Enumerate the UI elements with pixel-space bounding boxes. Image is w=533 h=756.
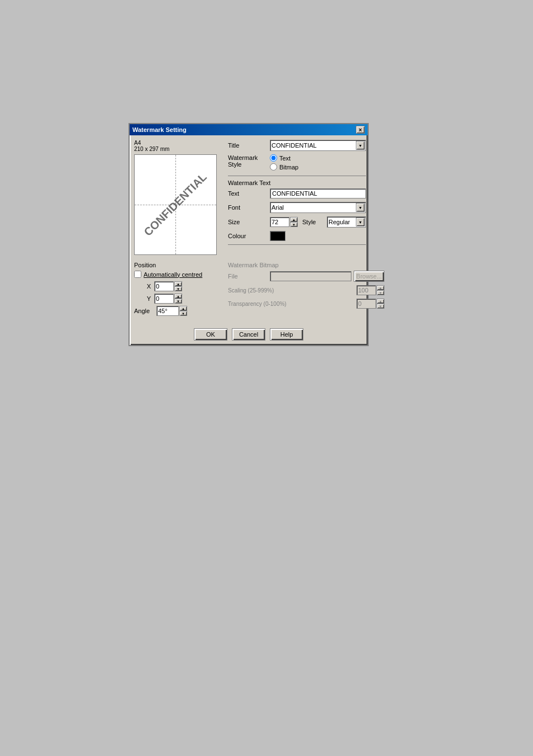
- style-label: Style: [302, 219, 325, 225]
- y-spinbox: ▲ ▼: [154, 294, 182, 304]
- auto-center-label: Automatically centred: [144, 271, 202, 278]
- angle-row: Angle ▲ ▼: [134, 306, 223, 316]
- divider-1: [228, 176, 366, 176]
- auto-center-checkbox[interactable]: [134, 271, 141, 278]
- x-down-button[interactable]: ▼: [174, 286, 182, 291]
- watermark-style-label: WatermarkStyle: [228, 154, 270, 168]
- text-radio-row: Text: [270, 154, 298, 162]
- bitmap-radio-label: Bitmap: [279, 164, 298, 171]
- angle-spinbox: ▲ ▼: [156, 306, 187, 316]
- position-panel: Position Automatically centred X ▲ ▼: [134, 259, 223, 319]
- colour-row: Colour: [228, 231, 366, 241]
- scaling-spinbox: ▲ ▼: [356, 285, 384, 295]
- transparency-row: Transparency (0-100%) ▲ ▼: [228, 299, 384, 309]
- cancel-button[interactable]: Cancel: [232, 328, 265, 341]
- left-panel: A4 210 x 297 mm CONFIDENTIAL: [134, 140, 223, 255]
- font-field-row: Font Arial Times New Roman Courier New ▼: [228, 202, 366, 213]
- x-row: X ▲ ▼: [134, 281, 223, 291]
- close-button[interactable]: ×: [356, 126, 365, 134]
- main-layout: A4 210 x 297 mm CONFIDENTIAL Title CONFI…: [134, 140, 363, 255]
- title-select[interactable]: CONFIDENTIAL DRAFT SAMPLE: [270, 140, 366, 151]
- colour-box[interactable]: [270, 231, 285, 241]
- y-input[interactable]: [154, 294, 174, 304]
- y-row: Y ▲ ▼: [134, 294, 223, 304]
- bitmap-radio-row: Bitmap: [270, 163, 298, 171]
- size-spinbox: ▲ ▼: [270, 217, 298, 227]
- bitmap-radio[interactable]: [270, 163, 277, 171]
- auto-center-row: Automatically centred: [134, 271, 223, 278]
- watermark-style-options: Text Bitmap: [270, 154, 298, 172]
- transparency-down-button: ▼: [377, 304, 384, 309]
- x-spinbox: ▲ ▼: [154, 281, 182, 291]
- text-label: Text: [228, 190, 270, 197]
- size-down-button[interactable]: ▼: [290, 222, 298, 227]
- file-input: [270, 271, 351, 281]
- scaling-up-button: ▲: [377, 285, 384, 290]
- right-panel: Title CONFIDENTIAL DRAFT SAMPLE ▼ Waterm…: [228, 140, 366, 255]
- title-label: Title: [228, 142, 270, 149]
- text-radio-label: Text: [279, 155, 291, 162]
- font-select[interactable]: Arial Times New Roman Courier New: [270, 202, 366, 213]
- angle-input[interactable]: [156, 306, 179, 316]
- bottom-layout: Position Automatically centred X ▲ ▼: [134, 259, 363, 319]
- size-spinbox-buttons: ▲ ▼: [290, 217, 298, 227]
- style-select[interactable]: Regular Bold Italic Bold Italic: [327, 216, 366, 228]
- y-label: Y: [134, 295, 151, 302]
- bitmap-panel: Watermark Bitmap File Browse... Scaling …: [228, 259, 384, 319]
- divider-2: [228, 244, 366, 245]
- paper-preview: CONFIDENTIAL: [134, 154, 217, 255]
- x-spinbox-buttons: ▲ ▼: [174, 281, 182, 291]
- scaling-label: Scaling (25-999%): [228, 287, 354, 294]
- font-label: Font: [228, 204, 270, 211]
- font-select-wrapper: Arial Times New Roman Courier New ▼: [270, 202, 366, 213]
- watermark-setting-dialog: Watermark Setting × A4 210 x 297 mm CONF…: [129, 123, 369, 346]
- bitmap-section-label: Watermark Bitmap: [228, 262, 384, 268]
- title-select-wrapper: CONFIDENTIAL DRAFT SAMPLE ▼: [270, 140, 366, 151]
- scaling-down-button: ▼: [377, 290, 384, 295]
- paper-size-label: A4 210 x 297 mm: [134, 140, 223, 152]
- scaling-input: [356, 285, 376, 295]
- help-button[interactable]: Help: [270, 328, 303, 341]
- watermark-text-section-label: Watermark Text: [228, 179, 366, 186]
- style-select-wrapper: Regular Bold Italic Bold Italic ▼: [327, 216, 366, 228]
- y-spinbox-buttons: ▲ ▼: [174, 294, 182, 304]
- transparency-label: Transparency (0-100%): [228, 301, 354, 307]
- dialog-content: A4 210 x 297 mm CONFIDENTIAL Title CONFI…: [130, 135, 368, 345]
- colour-label: Colour: [228, 233, 270, 239]
- dialog-title: Watermark Setting: [132, 126, 187, 133]
- y-up-button[interactable]: ▲: [174, 294, 182, 299]
- angle-down-button[interactable]: ▼: [179, 311, 187, 316]
- x-up-button[interactable]: ▲: [174, 281, 182, 286]
- title-bar: Watermark Setting ×: [130, 124, 368, 135]
- size-style-row: Size ▲ ▼ Style Regular Bold Italic: [228, 216, 366, 228]
- size-label: Size: [228, 219, 270, 225]
- size-input[interactable]: [270, 217, 289, 227]
- file-row: File Browse...: [228, 271, 384, 282]
- angle-spinbox-buttons: ▲ ▼: [179, 306, 187, 316]
- transparency-spinbox-buttons: ▲ ▼: [377, 299, 384, 309]
- watermark-text-input[interactable]: [270, 188, 366, 199]
- watermark-style-row: WatermarkStyle Text Bitmap: [228, 154, 366, 172]
- angle-label: Angle: [134, 308, 154, 314]
- x-label: X: [134, 283, 151, 290]
- size-up-button[interactable]: ▲: [290, 217, 298, 222]
- button-row: OK Cancel Help: [134, 325, 363, 341]
- position-section-label: Position: [134, 262, 223, 268]
- scaling-row: Scaling (25-999%) ▲ ▼: [228, 285, 384, 295]
- text-field-row: Text: [228, 188, 366, 199]
- x-input[interactable]: [154, 281, 174, 291]
- text-radio[interactable]: [270, 154, 277, 162]
- scaling-spinbox-buttons: ▲ ▼: [377, 285, 384, 295]
- transparency-up-button: ▲: [377, 299, 384, 304]
- file-label: File: [228, 273, 270, 280]
- transparency-input: [356, 299, 376, 309]
- ok-button[interactable]: OK: [194, 328, 227, 341]
- browse-button: Browse...: [354, 271, 384, 282]
- y-down-button[interactable]: ▼: [174, 299, 182, 304]
- angle-up-button[interactable]: ▲: [179, 306, 187, 311]
- transparency-spinbox: ▲ ▼: [356, 299, 384, 309]
- title-row: Title CONFIDENTIAL DRAFT SAMPLE ▼: [228, 140, 366, 151]
